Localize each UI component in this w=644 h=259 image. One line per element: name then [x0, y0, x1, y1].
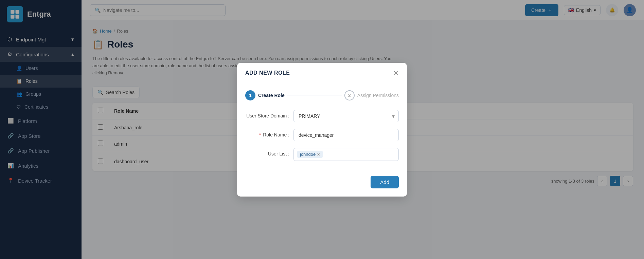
step-2: 2 Assign Permissions — [344, 90, 399, 100]
tag-label: johndoe — [300, 152, 316, 157]
step-1: 1 Create Role — [245, 90, 285, 100]
modal-footer: Add — [237, 176, 407, 197]
step-1-circle: 1 — [245, 90, 255, 100]
user-store-domain-wrapper: PRIMARY SECONDARY ▾ — [293, 110, 399, 122]
modal-body: 1 Create Role 2 Assign Permissions User … — [237, 82, 407, 176]
role-name-input[interactable] — [293, 129, 399, 141]
role-name-label: * Role Name : — [245, 129, 289, 137]
user-store-domain-select[interactable]: PRIMARY SECONDARY — [293, 110, 399, 122]
modal-header: ADD NEW ROLE ✕ — [237, 63, 407, 82]
modal-overlay[interactable]: ADD NEW ROLE ✕ 1 Create Role 2 Assign Pe… — [0, 0, 644, 259]
role-name-row: * Role Name : — [245, 129, 399, 141]
modal-title: ADD NEW ROLE — [245, 70, 290, 76]
role-name-label-text: Role Name : — [263, 132, 289, 137]
required-star: * — [259, 132, 261, 137]
modal-stepper: 1 Create Role 2 Assign Permissions — [245, 90, 399, 100]
step-1-label: Create Role — [258, 93, 285, 98]
step-2-circle: 2 — [344, 90, 355, 100]
step-1-number: 1 — [249, 93, 252, 98]
add-new-role-modal: ADD NEW ROLE ✕ 1 Create Role 2 Assign Pe… — [237, 63, 407, 197]
user-store-domain-label: User Store Domain : — [245, 110, 289, 118]
user-list-row: User List : johndoe × — [245, 148, 399, 161]
user-store-domain-row: User Store Domain : PRIMARY SECONDARY ▾ — [245, 110, 399, 122]
tag-remove-button[interactable]: × — [317, 152, 320, 157]
step-2-number: 2 — [348, 93, 351, 98]
user-list-label: User List : — [245, 148, 289, 156]
modal-close-button[interactable]: ✕ — [393, 70, 399, 76]
user-tag: johndoe × — [297, 151, 323, 158]
user-list-tag-input[interactable]: johndoe × — [293, 148, 399, 161]
step-divider — [287, 95, 342, 95]
add-button[interactable]: Add — [371, 176, 399, 188]
step-2-label: Assign Permissions — [357, 93, 399, 98]
